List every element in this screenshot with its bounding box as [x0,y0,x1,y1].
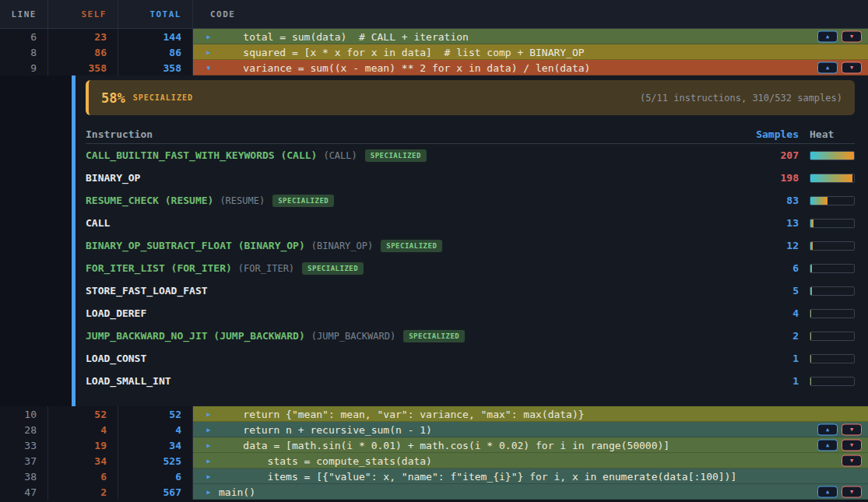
line-number: 37 [0,453,48,469]
jump-down-button[interactable]: ▼ [842,440,862,451]
jump-up-button[interactable]: ▲ [817,424,838,436]
row-nav-buttons: ▲▼ [817,31,862,43]
code-text: data = [math.sin(i * 0.01) + math.cos(i … [219,440,669,451]
column-header-instruction: Instruction [86,128,736,140]
collapse-arrow-icon[interactable]: ▼ [199,65,219,72]
heat-bar [810,309,855,318]
expand-arrow-icon[interactable]: ▶ [199,458,219,465]
total-samples: 525 [118,453,193,469]
heat-bar-fill [810,152,854,160]
column-header-self[interactable]: SELF [48,0,118,28]
instruction-rows: CALL_BUILTIN_FAST_WITH_KEYWORDS (CALL)(C… [86,144,855,392]
self-samples: 86 [48,44,118,60]
expand-arrow-icon[interactable]: ▶ [199,473,219,480]
column-header-heat: Heat [810,128,855,140]
heat-bar-fill [810,242,813,250]
sample-count: 1 [736,375,799,387]
code-cell[interactable]: ▼ variance = sum((x - mean) ** 2 for x i… [193,60,868,75]
code-cell[interactable]: ▶ return n + recursive_sum(n - 1)▲▼ [193,422,868,437]
panel-left-accent-bar [72,75,76,406]
code-row-line-9: 9358358▼ variance = sum((x - mean) ** 2 … [0,60,868,75]
heat-bar-fill [810,355,811,363]
expand-arrow-icon[interactable]: ▶ [199,411,219,418]
code-cell[interactable]: ▶ items = [{"value": x, "name": f"item_{… [193,469,868,484]
instruction-row: JUMP_BACKWARD_NO_JIT (JUMP_BACKWARD)(JUM… [86,325,855,347]
specialized-percent: 58% [101,90,125,106]
jump-down-button[interactable]: ▼ [842,31,862,43]
expand-arrow-icon[interactable]: ▶ [199,442,219,449]
total-samples: 567 [118,484,193,500]
instruction-row: LOAD_CONST1 [86,347,855,370]
heat-bar-fill [810,265,812,272]
code-text: squared = [x * x for x in data] # list c… [219,47,585,58]
specialized-label: SPECIALIZED [133,93,193,102]
jump-down-button[interactable]: ▼ [842,455,862,467]
expand-arrow-icon[interactable]: ▶ [199,33,219,40]
heat-bar-fill [810,197,828,205]
profiler-window: LINE SELF TOTAL CODE 623144▶ total = sum… [0,0,868,502]
line-number: 9 [0,60,48,75]
code-row-line-8: 88686▶ squared = [x * x for x in data] #… [0,44,868,60]
code-cell[interactable]: ▶main()▲▼ [193,484,868,500]
instruction-row: BINARY_OP198 [86,167,855,189]
heat-bar-fill [810,174,852,182]
self-samples: 4 [48,422,118,437]
instruction-row: LOAD_DEREF4 [86,302,855,325]
instruction-row: FOR_ITER_LIST (FOR_ITER)(FOR_ITER)SPECIA… [86,257,855,279]
code-cell[interactable]: ▶ total = sum(data) # CALL + iteration▲▼ [193,29,868,44]
total-samples: 358 [118,60,193,75]
instruction-base-name: (JUMP_BACKWARD) [311,331,395,342]
jump-down-button[interactable]: ▼ [842,424,862,436]
expand-arrow-icon[interactable]: ▶ [199,49,219,56]
instruction-name: BINARY_OP [86,172,140,184]
code-row-line-10: 105252▶ return {"mean": mean, "var": var… [0,406,868,422]
code-row-line-6: 623144▶ total = sum(data) # CALL + itera… [0,29,868,44]
instruction-name: JUMP_BACKWARD_NO_JIT (JUMP_BACKWARD) [86,330,305,342]
instruction-name: STORE_FAST_LOAD_FAST [86,285,208,297]
instruction-row: STORE_FAST_LOAD_FAST5 [86,279,855,302]
code-cell[interactable]: ▶ data = [math.sin(i * 0.01) + math.cos(… [193,437,868,453]
instruction-base-name: (CALL) [323,150,357,161]
code-cell[interactable]: ▶ return {"mean": mean, "var": variance,… [193,406,868,422]
heat-bar-fill [810,287,812,295]
column-header-total[interactable]: TOTAL [118,0,193,28]
jump-down-button[interactable]: ▼ [842,62,862,74]
expand-arrow-icon[interactable]: ▶ [199,427,219,434]
specialized-meta: (5/11 instructions, 310/532 samples) [640,93,842,104]
heat-bar [810,286,855,296]
specialized-badge: SPECIALIZED [302,262,364,275]
sample-count: 2 [736,330,799,342]
code-text: variance = sum((x - mean) ** 2 for x in … [219,62,590,74]
instruction-name: BINARY_OP_SUBTRACT_FLOAT (BINARY_OP) [86,240,305,251]
line-number: 10 [0,406,48,422]
sample-count: 83 [736,195,799,206]
expand-arrow-icon[interactable]: ▶ [199,489,219,496]
row-nav-buttons: ▲▼ [817,440,862,451]
heat-bar [810,196,855,205]
jump-up-button[interactable]: ▲ [817,486,838,498]
column-header-code[interactable]: CODE [193,0,868,28]
line-number: 47 [0,484,48,500]
code-text: items = [{"value": x, "name": f"item_{i}… [219,471,736,483]
sample-count: 207 [736,149,799,161]
instruction-row: CALL13 [86,212,855,234]
line-number: 33 [0,437,48,453]
specialization-banner: 58% SPECIALIZED (5/11 instructions, 310/… [86,80,855,115]
table-header: LINE SELF TOTAL CODE [0,0,868,29]
row-nav-buttons: ▲▼ [817,424,862,436]
jump-up-button[interactable]: ▲ [817,62,838,74]
code-cell[interactable]: ▶ stats = compute_stats(data)▼ [193,453,868,469]
jump-down-button[interactable]: ▼ [842,486,862,498]
jump-up-button[interactable]: ▲ [817,440,838,451]
heat-bar-fill [810,219,814,227]
self-samples: 23 [48,29,118,44]
column-header-samples[interactable]: Samples [736,128,799,140]
sample-count: 198 [736,172,799,184]
column-header-line[interactable]: LINE [0,0,48,28]
instruction-table-header: Instruction Samples Heat [86,125,855,144]
code-cell[interactable]: ▶ squared = [x * x for x in data] # list… [193,44,868,60]
specialized-badge: SPECIALIZED [381,240,442,252]
jump-up-button[interactable]: ▲ [817,31,838,43]
instruction-row: LOAD_SMALL_INT1 [86,370,855,392]
total-samples: 6 [118,469,193,484]
